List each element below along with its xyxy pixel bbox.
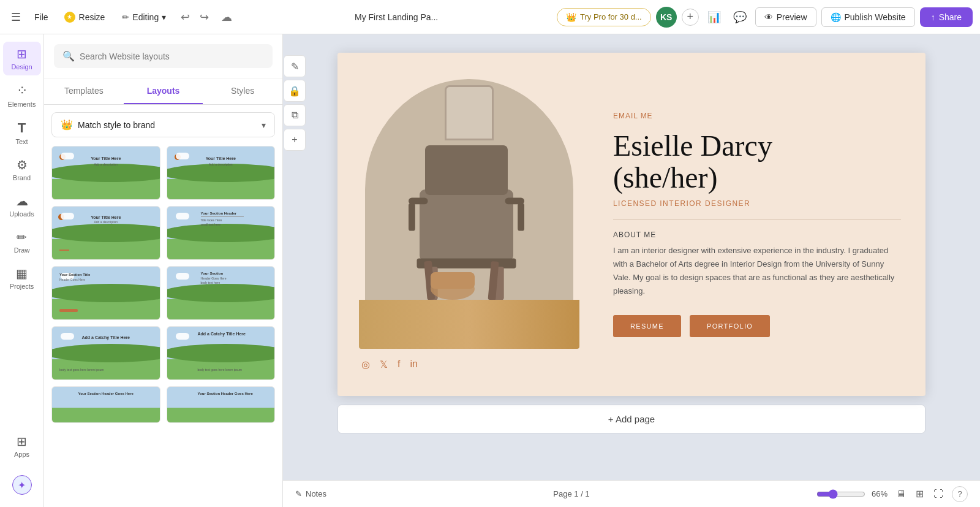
portfolio-button[interactable]: PORTFOLIO	[690, 315, 770, 337]
sidebar-item-projects[interactable]: ▦ Projects	[3, 261, 41, 295]
sidebar-item-design[interactable]: ⊞ Design	[3, 42, 41, 75]
about-text: I am an interior designer with extensive…	[613, 244, 901, 298]
canvas-area: ◎ 𝕏 f in EMAIL ME Esielle Darcy(she/her)…	[283, 34, 980, 507]
share-button[interactable]: ↑ Share	[920, 7, 973, 27]
share-label: Share	[939, 12, 962, 22]
sidebar-item-text[interactable]: T Text	[3, 115, 41, 150]
twitter-icon[interactable]: 𝕏	[380, 359, 388, 370]
hamburger-button[interactable]: ☰	[7, 7, 24, 28]
preview-button[interactable]: 👁 Preview	[755, 7, 816, 27]
template-card[interactable]: Your Section Header Goes Here	[167, 386, 276, 423]
text-icon: T	[18, 120, 26, 136]
projects-icon: ▦	[16, 266, 28, 281]
sidebar-item-brand[interactable]: ⚙ Brand	[3, 153, 41, 186]
action-buttons: RESUME PORTFOLIO	[613, 315, 901, 337]
template-card[interactable]: Your Section Title Header Goes Here	[51, 266, 160, 320]
add-page-bar[interactable]: + Add page	[337, 405, 925, 433]
copy-tool-button[interactable]: ⧉	[284, 104, 306, 126]
uploads-icon: ☁	[16, 194, 28, 208]
grid-view-button[interactable]: ⊞	[913, 486, 926, 502]
cloud-save-button[interactable]: ☁	[217, 7, 236, 28]
design-panel: 🔍 Templates Layouts Styles 👑 Match style…	[44, 34, 283, 507]
view-icons: 🖥 ⊞ ⛶	[894, 486, 946, 502]
panel-search-area: 🔍	[44, 34, 282, 78]
file-button[interactable]: File	[29, 9, 53, 26]
svg-rect-8	[409, 203, 415, 231]
facebook-icon[interactable]: f	[398, 359, 400, 370]
preview-label: Preview	[777, 12, 807, 22]
publish-label: Publish Website	[845, 12, 906, 22]
search-box: 🔍	[54, 44, 273, 68]
chevron-down-icon: ▾	[162, 12, 166, 22]
comments-button[interactable]: 💬	[729, 7, 750, 28]
linkedin-icon[interactable]: in	[410, 359, 417, 370]
page-info: Page 1 / 1	[553, 489, 589, 498]
match-style-button[interactable]: 👑 Match style to brand ▾	[51, 112, 275, 137]
pencil-icon: ✏	[122, 12, 129, 22]
help-button[interactable]: ?	[952, 486, 968, 502]
template-card[interactable]: Your Title Here Add a description	[51, 146, 160, 200]
social-icons: ◎ 𝕏 f in	[359, 359, 579, 370]
sidebar-item-elements[interactable]: ⁘ Elements	[3, 78, 41, 113]
sidebar-label-design: Design	[11, 63, 32, 71]
lock-tool-button[interactable]: 🔒	[284, 80, 306, 102]
editing-button[interactable]: ✏ Editing ▾	[116, 9, 172, 26]
panel-tabs: Templates Layouts Styles	[44, 78, 282, 105]
avatar[interactable]: KS	[656, 7, 677, 28]
email-link[interactable]: EMAIL ME	[613, 112, 901, 120]
crown2-icon: 👑	[61, 119, 73, 131]
search-icon: 🔍	[62, 50, 75, 62]
sidebar-item-uploads[interactable]: ☁ Uploads	[3, 189, 41, 223]
template-card[interactable]: Add a Catchy Title Here body text goes h…	[51, 326, 160, 380]
topbar-right: 👑 Try Pro for 30 d... KS + 📊 💬 👁 Preview…	[557, 7, 973, 28]
share-icon: ↑	[931, 12, 935, 22]
redo-button[interactable]: ↪	[196, 7, 213, 28]
document-title: My First Landing Pa...	[241, 12, 552, 22]
add-collaborator-button[interactable]: +	[682, 9, 699, 26]
add-tool-button[interactable]: +	[284, 129, 306, 151]
sidebar-item-draw[interactable]: ✏ Draw	[3, 225, 41, 259]
desktop-view-button[interactable]: 🖥	[894, 486, 908, 502]
crown-icon: 👑	[566, 12, 576, 22]
notes-button[interactable]: ✎ Notes	[295, 489, 326, 498]
resume-button[interactable]: RESUME	[613, 315, 681, 337]
draw-icon: ✏	[17, 230, 27, 245]
template-card[interactable]: Add a Catchy Title Here body text goes h…	[167, 326, 276, 380]
sidebar-label-text: Text	[15, 138, 28, 145]
template-card[interactable]: Your Section Header Goes Herebody text h…	[167, 266, 276, 320]
brand-icon: ⚙	[17, 158, 28, 172]
sidebar-item-apps[interactable]: ⊞ Apps	[3, 429, 41, 463]
zoom-slider[interactable]	[816, 489, 865, 499]
instagram-icon[interactable]: ◎	[361, 359, 370, 370]
edit-tool-button[interactable]: ✎	[284, 55, 306, 77]
analytics-button[interactable]: 📊	[704, 7, 725, 28]
magic-icon: ✦	[12, 475, 32, 495]
chevron-down-icon: ▾	[262, 120, 266, 130]
tab-templates[interactable]: Templates	[44, 78, 124, 104]
canvas-wrapper: ◎ 𝕏 f in EMAIL ME Esielle Darcy(she/her)…	[337, 53, 925, 396]
zoom-controls: 66% 🖥 ⊞ ⛶ ?	[816, 486, 968, 502]
resize-icon: ★	[64, 12, 75, 23]
template-card[interactable]: Your Section Header Goes Here	[51, 386, 160, 423]
search-input[interactable]	[80, 51, 264, 61]
fullscreen-button[interactable]: ⛶	[931, 486, 946, 502]
resize-button[interactable]: ★ Resize	[58, 8, 111, 26]
topbar: ☰ File ★ Resize ✏ Editing ▾ ↩ ↪ ☁ My Fir…	[0, 0, 980, 34]
tab-layouts[interactable]: Layouts	[124, 78, 203, 104]
tab-styles[interactable]: Styles	[203, 78, 282, 104]
template-card[interactable]: Your Section Header Title Goes Heresmall…	[167, 206, 276, 260]
design-icon: ⊞	[17, 47, 27, 61]
notes-label: Notes	[306, 489, 326, 498]
try-pro-button[interactable]: 👑 Try Pro for 30 d...	[557, 8, 651, 26]
sidebar-item-magic[interactable]: ✦	[3, 470, 41, 500]
match-brand-text: Match style to brand	[78, 120, 155, 130]
template-card[interactable]: Your Title Here Add a description	[51, 206, 160, 260]
template-card[interactable]: Your Title Here Add a description	[167, 146, 276, 200]
svg-rect-1	[425, 145, 508, 195]
eye-icon: 👁	[764, 12, 773, 22]
sidebar-label-elements: Elements	[8, 101, 36, 108]
undo-button[interactable]: ↩	[177, 7, 194, 28]
publish-button[interactable]: 🌐 Publish Website	[821, 7, 915, 27]
bottom-bar: ✎ Notes Page 1 / 1 66% 🖥 ⊞ ⛶ ?	[283, 480, 980, 507]
zoom-level: 66%	[872, 489, 888, 498]
